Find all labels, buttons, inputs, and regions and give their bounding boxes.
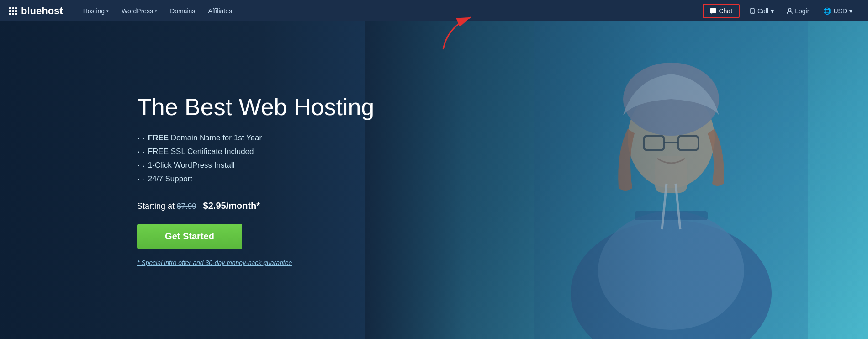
bullet-1: · FREE Domain Name for 1st Year bbox=[137, 133, 416, 143]
nav-call[interactable]: Call ▾ bbox=[743, 0, 780, 21]
bullet-dot: · bbox=[143, 147, 145, 156]
nav-wordpress[interactable]: WordPress ▾ bbox=[115, 0, 164, 21]
nav-right: Chat Call ▾ Login 🌐 USD ▾ bbox=[699, 0, 859, 21]
hero-bullets: · FREE Domain Name for 1st Year · FREE S… bbox=[137, 133, 416, 188]
bullet-dot: · bbox=[143, 161, 145, 170]
bullet-dot: · bbox=[143, 175, 145, 184]
svg-rect-13 bbox=[752, 12, 753, 13]
logo-text: bluehost bbox=[21, 5, 63, 17]
get-started-button[interactable]: Get Started bbox=[137, 224, 242, 249]
hero-title: The Best Web Hosting bbox=[137, 94, 416, 120]
svg-point-14 bbox=[789, 8, 791, 11]
chevron-down-icon: ▾ bbox=[849, 7, 852, 15]
pricing-prefix: Starting at bbox=[137, 201, 177, 211]
globe-icon: 🌐 bbox=[823, 7, 831, 15]
chevron-down-icon: ▾ bbox=[771, 7, 774, 15]
grid-icon bbox=[9, 7, 17, 15]
nav-domains[interactable]: Domains bbox=[164, 0, 201, 21]
nav-hosting[interactable]: Hosting ▾ bbox=[77, 0, 115, 21]
nav-login[interactable]: Login bbox=[780, 0, 817, 21]
bullet-2: · FREE SSL Certificate Included bbox=[137, 147, 416, 157]
hero-image-overlay bbox=[365, 0, 868, 339]
logo[interactable]: bluehost bbox=[9, 5, 63, 17]
new-price: $2.95/month* bbox=[203, 201, 260, 211]
chevron-down-icon: ▾ bbox=[106, 9, 109, 13]
old-price: $7.99 bbox=[177, 202, 196, 211]
nav-currency[interactable]: 🌐 USD ▾ bbox=[817, 0, 859, 21]
pricing-line: Starting at $7.99 $2.95/month* bbox=[137, 201, 416, 211]
free-label: FREE bbox=[148, 133, 169, 143]
chat-button[interactable]: Chat bbox=[703, 4, 740, 18]
chat-icon bbox=[710, 8, 716, 14]
promo-note[interactable]: * Special intro offer and 30-day money-b… bbox=[137, 259, 416, 266]
bullet-4: · 24/7 Support bbox=[137, 174, 416, 184]
nav-affiliates[interactable]: Affiliates bbox=[201, 0, 238, 21]
hero-content: The Best Web Hosting · FREE Domain Name … bbox=[0, 21, 434, 339]
bullet-3: · 1-Click WordPress Install bbox=[137, 160, 416, 170]
navbar: bluehost Hosting ▾ WordPress ▾ Domains A… bbox=[0, 0, 868, 21]
chevron-down-icon: ▾ bbox=[155, 9, 157, 13]
phone-icon bbox=[750, 8, 755, 14]
hero-image-area bbox=[365, 0, 868, 339]
user-icon bbox=[787, 8, 793, 14]
nav-links: Hosting ▾ WordPress ▾ Domains Affiliates bbox=[77, 0, 699, 21]
bullet-dot: · bbox=[143, 133, 145, 143]
